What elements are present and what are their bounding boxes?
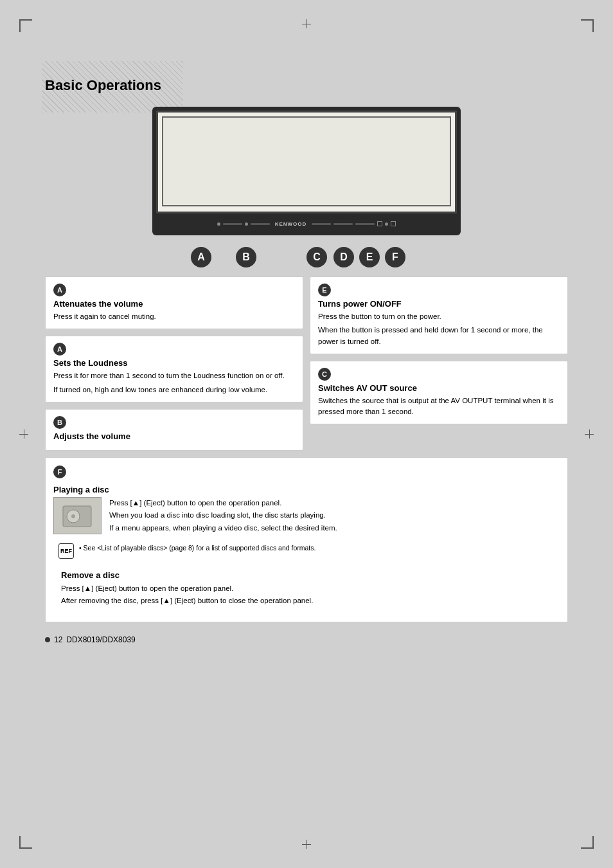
corner-mark-tr [581,19,594,32]
corner-mark-br [581,836,594,849]
label-c-circle: C [306,247,327,267]
loudness-text2: If turned on, high and low tones are enh… [53,384,295,395]
power-title: Turns power ON/OFF [318,299,560,309]
corner-mark-tl [19,19,32,32]
svg-point-2 [71,514,75,518]
label-c: C [306,247,327,267]
volume-title: Adjusts the volume [53,431,295,441]
control-dot-3 [385,222,388,226]
control-bar-5 [355,223,375,225]
label-b: B [236,247,256,267]
note-section: REF • See <List of playable discs> (page… [53,539,560,563]
device-controls: KENWOOD [156,216,457,231]
badge-a-loudness: A [53,343,66,356]
device-container: KENWOOD A [45,107,568,270]
loudness-text1: Press it for more than 1 second to turn … [53,370,295,381]
label-e-circle: E [359,247,380,267]
label-d-circle: D [333,247,354,267]
badge-c: C [318,368,331,381]
center-cross-left [19,429,28,439]
attenuates-title: Attenuates the volume [53,299,295,309]
playing-disc-text: Press [▲] (Eject) button to open the ope… [109,497,337,535]
control-dot-1 [217,222,220,226]
disc-image [53,497,102,534]
power-text1: Press the button to turn on the power. [318,311,560,322]
control-square-2 [391,221,396,226]
remove-disc-line2: After removing the disc, press [▲] (Ejec… [61,595,552,606]
descriptions-grid: A Attenuates the volume Press it again t… [45,276,568,451]
control-bar-1 [223,223,242,225]
playing-disc-box: F Playing a disc Press [▲] (Eject) butto… [45,457,568,622]
page-number: 12 [54,635,62,644]
device-image: KENWOOD A [152,107,461,270]
playing-disc-inner: Press [▲] (Eject) button to open the ope… [53,497,560,535]
disc-line2: When you load a disc into disc loading s… [109,509,337,522]
page-label: DDX8019/DDX8039 [66,635,135,644]
power-text2: When the button is pressed and held down… [318,325,560,347]
center-cross-right [585,429,594,439]
note-text: • See <List of playable discs> (page 8) … [79,543,315,554]
page-dot [45,637,50,642]
label-row: A B C D E [152,240,461,270]
kenwood-brand: KENWOOD [275,221,307,227]
device-outer: KENWOOD [152,107,461,235]
device-wrapper: KENWOOD A [45,107,568,270]
page-number-area: 12 DDX8019/DDX8039 [45,635,568,644]
remove-disc-line1: Press [▲] (Eject) button to open the ope… [61,583,552,594]
label-b-circle: B [236,247,256,267]
control-bar-3 [312,223,331,225]
disc-line1: Press [▲] (Eject) button to open the ope… [109,497,337,510]
label-f: F [385,247,405,267]
badge-e: E [318,284,331,296]
label-a-circle: A [191,247,211,267]
av-out-text: Switches the source that is output at th… [318,395,560,418]
disc-line3: If a menu appears, when playing a video … [109,522,337,535]
note-icon: REF [58,543,74,559]
av-out-box: C Switches AV OUT source Switches the so… [310,361,568,425]
corner-mark-bl [19,836,32,849]
page-title: Basic Operations [45,77,568,94]
loudness-title: Sets the Loudness [53,358,295,368]
label-e: E [359,247,380,267]
label-f-circle: F [385,247,405,267]
attenuates-box: A Attenuates the volume Press it again t… [45,276,303,329]
badge-a-attenuates: A [53,284,66,296]
device-screen-area [156,111,457,213]
control-bar-2 [251,223,270,225]
remove-disc-section: Remove a disc Press [▲] (Eject) button t… [53,566,560,614]
label-a: A [191,247,211,267]
label-d: D [333,247,354,267]
center-cross-bottom [302,840,311,849]
badge-b: B [53,416,66,429]
badge-f: F [53,466,66,478]
playing-disc-title: Playing a disc [53,485,560,494]
remove-disc-title: Remove a disc [61,570,552,580]
page: Basic Operations KENWOOD [0,0,613,868]
control-bar-4 [333,223,353,225]
control-dot-2 [245,222,248,226]
av-out-title: Switches AV OUT source [318,383,560,393]
attenuates-text: Press it again to cancel muting. [53,311,295,322]
volume-box: B Adjusts the volume [45,409,303,451]
control-square-1 [377,221,382,226]
center-cross-top [302,19,311,28]
device-screen-inner [162,116,451,206]
power-box: E Turns power ON/OFF Press the button to… [310,276,568,354]
loudness-box: A Sets the Loudness Press it for more th… [45,336,303,402]
disc-svg [62,501,94,530]
